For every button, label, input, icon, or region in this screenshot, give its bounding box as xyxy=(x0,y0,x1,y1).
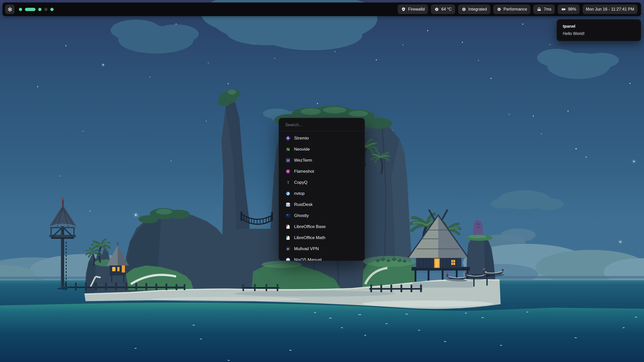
icon-gear xyxy=(497,7,502,12)
app-neovide xyxy=(285,147,291,152)
widget-label: 64 °C xyxy=(441,7,452,12)
app-ghostty xyxy=(285,213,291,218)
launcher-item-nixos-manual[interactable]: NixOS Manual xyxy=(279,254,365,261)
icon-cpu xyxy=(434,7,439,12)
widget-label: Performance xyxy=(504,7,527,12)
status-widget-network-latency[interactable]: 7ms xyxy=(533,5,555,14)
notification-toast[interactable]: tpanel Hello World! xyxy=(557,19,641,41)
widget-label: 98% xyxy=(568,7,576,12)
status-widget-gpu[interactable]: Integrated xyxy=(458,5,490,14)
widget-label: Mon Jun 16 - 11:27:41 PM xyxy=(586,7,634,12)
launcher-item-flameshot[interactable]: Flameshot xyxy=(279,166,365,177)
launcher-item-label: RustDesk xyxy=(294,202,313,207)
status-widget-power-profile[interactable]: Performance xyxy=(493,5,531,14)
search-input[interactable] xyxy=(279,118,365,131)
shore-water xyxy=(0,303,644,362)
nixos-logo-icon xyxy=(7,7,13,12)
workspace-indicator-5[interactable] xyxy=(50,8,54,11)
launcher-item-neovide[interactable]: Neovide xyxy=(279,144,365,155)
status-widget-firewall[interactable]: Firewalld xyxy=(398,5,428,14)
widget-label: Integrated xyxy=(468,7,487,12)
launcher-item-label: Mullvad VPN xyxy=(294,246,319,251)
launcher-item-label: WezTerm xyxy=(294,158,312,163)
workspace-indicator-2[interactable] xyxy=(25,8,35,11)
status-widget-cpu-temp[interactable]: 64 °C xyxy=(431,5,455,14)
top-bar: Firewalld 64 °C Integrated Performance 7… xyxy=(3,3,641,16)
app-flameshot xyxy=(285,169,291,174)
icon-router xyxy=(537,7,542,12)
app-wezterm xyxy=(285,158,291,163)
status-widget-clock[interactable]: Mon Jun 16 - 11:27:41 PM xyxy=(583,5,637,14)
app-mullvad xyxy=(285,246,291,252)
icon-battery xyxy=(561,7,566,12)
launcher-item-label: LibreOffice Math xyxy=(294,235,325,240)
launcher-item-rustdesk[interactable]: RustDesk xyxy=(279,199,365,210)
status-widgets: Firewalld 64 °C Integrated Performance 7… xyxy=(398,5,637,14)
app-lomath xyxy=(285,235,291,241)
workspace-indicator-1[interactable] xyxy=(19,8,22,11)
notification-title: tpanel xyxy=(563,24,635,29)
launcher-item-nvtop[interactable]: nvtop xyxy=(279,188,365,199)
launcher-item-label: Ghostty xyxy=(294,213,309,218)
launcher-item-label: Stremio xyxy=(294,136,309,141)
workspace-indicator-3[interactable] xyxy=(38,8,42,11)
widget-label: 7ms xyxy=(544,7,551,12)
launcher-item-label: CopyQ xyxy=(294,180,307,185)
status-widget-battery[interactable]: 98% xyxy=(558,5,580,14)
launcher-item-libreoffice-base[interactable]: LibreOffice Base xyxy=(279,221,365,232)
launcher-item-copyq[interactable]: CopyQ xyxy=(279,177,365,188)
launcher-item-label: NixOS Manual xyxy=(294,257,322,261)
app-launcher: Stremio Neovide WezTerm Flameshot CopyQ … xyxy=(279,118,365,261)
app-stremio xyxy=(285,135,291,141)
launcher-item-label: Flameshot xyxy=(294,169,314,174)
workspace-indicators xyxy=(19,8,54,11)
launcher-item-wezterm[interactable]: WezTerm xyxy=(279,155,365,166)
launcher-item-stremio[interactable]: Stremio xyxy=(279,133,365,144)
widget-label: Firewalld xyxy=(408,7,425,12)
launcher-button[interactable] xyxy=(5,5,15,14)
app-list: Stremio Neovide WezTerm Flameshot CopyQ … xyxy=(279,131,365,261)
launcher-item-label: LibreOffice Base xyxy=(294,224,326,229)
launcher-item-mullvad-vpn[interactable]: Mullvad VPN xyxy=(279,243,365,254)
workspace-indicator-4[interactable] xyxy=(44,8,48,11)
launcher-item-label: Neovide xyxy=(294,147,310,152)
launcher-item-ghostty[interactable]: Ghostty xyxy=(279,210,365,221)
app-rustdesk xyxy=(285,202,291,207)
icon-gpu xyxy=(461,7,466,12)
app-lobase xyxy=(285,224,291,230)
icon-shield xyxy=(401,7,406,12)
launcher-item-libreoffice-math[interactable]: LibreOffice Math xyxy=(279,232,365,243)
app-nvtop xyxy=(285,191,291,196)
app-copyq xyxy=(285,180,291,185)
notification-body: Hello World! xyxy=(563,31,635,36)
app-nixos-manual xyxy=(285,257,291,261)
desktop: Firewalld 64 °C Integrated Performance 7… xyxy=(0,0,644,362)
launcher-item-label: nvtop xyxy=(294,191,305,196)
